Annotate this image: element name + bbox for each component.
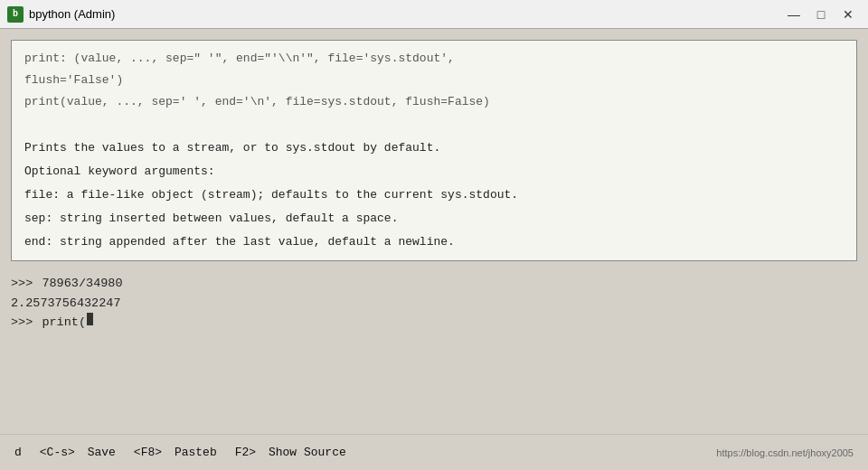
titlebar-title: bpython (Admin) [29,7,115,21]
doc-desc2: Optional keyword arguments: [24,163,844,181]
close-button[interactable]: ✕ [835,5,861,24]
doc-signature-line2: flush='False') [24,71,844,89]
doc-blank [24,115,844,133]
shortcuts-container: d <C-s> Save <F8> Pasteb F2> Show Source [14,446,346,459]
shortcut-save-key: <C-s> [40,446,75,459]
doc-desc3: file: a file-like object (stream); defau… [24,186,844,204]
repl-line-3: >>> print( [11,313,857,333]
repl-output-line: 2.2573756432247 [11,294,857,314]
repl-input-1: 78963/34980 [42,274,122,294]
app-icon: b [7,6,24,23]
shortcut-show-source-label: Show Source [269,446,346,459]
main-content: print: (value, ..., sep=" '", end="'\\n'… [0,29,868,434]
bottom-bar: d <C-s> Save <F8> Pasteb F2> Show Source… [0,434,868,470]
shortcut-show-source: F2> Show Source [235,446,346,459]
doc-signature-line3: print(value, ..., sep=' ', end='\n', fil… [24,93,844,111]
titlebar-buttons: — □ ✕ [781,5,861,24]
shortcut-save-label: Save [88,446,116,459]
repl-prompt-1: >>> [11,274,33,294]
shortcut-pasteb-label: Pasteb [175,446,217,459]
cursor [87,313,93,325]
maximize-button[interactable]: □ [808,5,834,24]
bottom-url: https://blog.csdn.net/jhoxy2005 [716,447,854,458]
repl-output-value: 2.2573756432247 [11,294,121,314]
doc-box: print: (value, ..., sep=" '", end="'\\n'… [11,40,857,261]
shortcut-show-source-key: F2> [235,446,256,459]
shortcut-pasteb: <F8> Pasteb [134,446,217,459]
repl-line-1: >>> 78963/34980 [11,274,857,294]
doc-signature-line1: print: (value, ..., sep=" '", end="'\\n'… [24,50,844,68]
shortcut-pasteb-key: <F8> [134,446,162,459]
doc-desc5: end: string appended after the last valu… [24,233,844,251]
titlebar-left: b bpython (Admin) [7,6,115,23]
doc-desc4: sep: string inserted between values, def… [24,210,844,228]
shortcut-save: <C-s> Save [40,446,116,459]
app-icon-letter: b [13,9,18,19]
repl-prompt-3: >>> [11,313,33,333]
repl-area: >>> 78963/34980 2.2573756432247 >>> prin… [11,270,857,434]
titlebar: b bpython (Admin) — □ ✕ [0,0,868,29]
repl-input-3: print( [42,313,86,333]
shortcut-d-key: d [14,446,22,459]
minimize-button[interactable]: — [781,5,807,24]
shortcut-d: d [14,446,22,459]
doc-desc1: Prints the values to a stream, or to sys… [24,139,844,157]
